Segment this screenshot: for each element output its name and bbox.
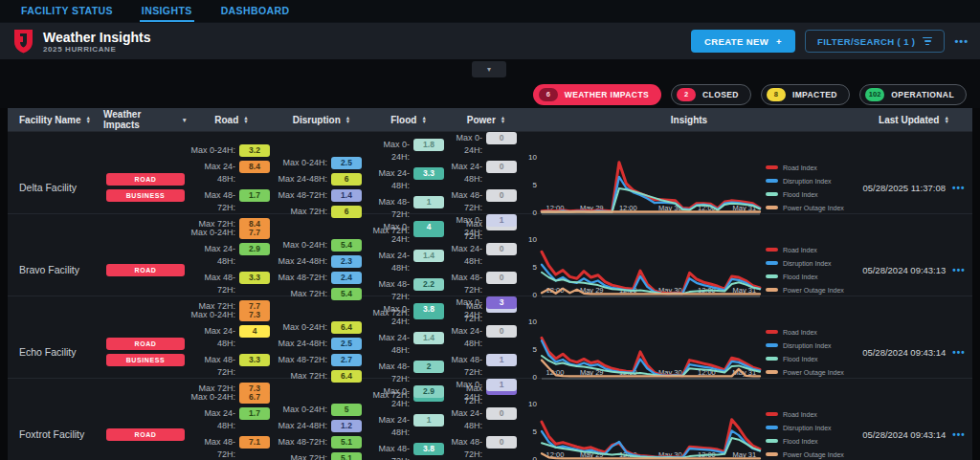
y-axis-tick: 5 — [533, 427, 538, 436]
metric-value-badge: 1.8 — [413, 139, 444, 151]
column-label: Flood — [390, 115, 416, 125]
metric-value-badge: 3.3 — [413, 167, 444, 180]
sort-updown-icon: ▲▼ — [243, 116, 248, 124]
collapse-button[interactable]: ▾ — [472, 61, 506, 77]
metric-label: Max 0-24H: — [278, 404, 327, 416]
legend-label: Flood Index — [783, 356, 818, 362]
metric-label: Max 24-48H: — [450, 161, 482, 186]
legend-item: Flood Index — [766, 191, 852, 198]
table-row: Echo FacilityROADBUSINESSMax 0-24H:7.3Ma… — [8, 296, 972, 378]
insights-chart-cell: 105012:00May 2912:00May 3012:00May 31Roa… — [523, 379, 856, 460]
metric-label: Max 48-72H: — [368, 196, 410, 221]
metric-value-badge: 1.4 — [331, 189, 362, 202]
legend-swatch — [766, 426, 778, 429]
filter-search-button[interactable]: FILTER/SEARCH ( 1 ) — [805, 30, 945, 53]
chart-legend: Road IndexDisruption IndexFlood IndexPow… — [764, 164, 852, 211]
impact-chips-cell: ROADBUSINESS — [103, 173, 188, 202]
header-actions: CREATE NEW + FILTER/SEARCH ( 1 ) ••• — [691, 30, 969, 53]
metric-value-badge: 0 — [486, 132, 517, 144]
create-new-button[interactable]: CREATE NEW + — [691, 30, 795, 53]
legend-label: Flood Index — [783, 438, 818, 445]
metric-value-badge: 5.4 — [331, 239, 362, 252]
row-more-button[interactable]: ••• — [952, 347, 966, 358]
column-header-weather-impacts[interactable]: Weather Impacts▼ — [103, 109, 188, 130]
legend-label: Power Outage Index — [783, 205, 844, 211]
metric-value-badge: 7.1 — [239, 436, 270, 449]
status-chip-operational[interactable]: 102OPERATIONAL — [859, 84, 967, 105]
metric-value-badge: 8.4 — [239, 161, 270, 173]
sort-updown-icon: ▲▼ — [345, 116, 350, 124]
column-label: Power — [467, 115, 496, 125]
column-header-road[interactable]: Road▲▼ — [188, 115, 276, 125]
facilities-table: Facility Name▲▼Weather Impacts▼Road▲▼Dis… — [8, 108, 972, 460]
status-chip-weather-impacts[interactable]: 6WEATHER IMPACTS — [533, 84, 661, 105]
legend-item: Road Index — [766, 164, 852, 171]
column-label: Insights — [671, 115, 707, 125]
y-axis-tick: 10 — [528, 318, 537, 326]
tab-facility-status[interactable]: FACILITY STATUS — [19, 0, 115, 22]
impact-chip-road: ROAD — [106, 338, 185, 350]
status-chip-closed[interactable]: 2CLOSED — [671, 84, 751, 105]
header-more-button[interactable]: ••• — [954, 35, 969, 47]
metric-value-badge: 0 — [486, 272, 517, 284]
legend-item: Disruption Index — [766, 178, 852, 185]
metric-label: Max 0-24H: — [368, 139, 410, 164]
chip-count-badge: 102 — [865, 88, 885, 101]
series-line-disruption-index — [542, 177, 760, 212]
row-more-button[interactable]: ••• — [952, 265, 966, 275]
legend-label: Disruption Index — [783, 178, 832, 185]
impact-chips-cell: ROADBUSINESS — [103, 338, 188, 366]
metric-value-badge: 1.7 — [239, 407, 270, 420]
page-subtitle: 2025 HURRICANE — [43, 45, 151, 54]
row-more-button[interactable]: ••• — [952, 183, 966, 193]
y-axis-tick: 5 — [533, 345, 538, 354]
legend-item: Flood Index — [766, 356, 852, 362]
metrics-cell-disruption: Max 0-24H:6.4Max 24-48H:2.5Max 48-72H:2.… — [276, 321, 368, 383]
chip-count-badge: 6 — [539, 88, 558, 101]
chip-label: OPERATIONAL — [891, 90, 954, 99]
legend-item: Road Index — [766, 247, 852, 253]
column-header-last-updated[interactable]: Last Updated▲▼ — [856, 115, 972, 125]
row-more-button[interactable]: ••• — [952, 429, 966, 440]
legend-swatch — [766, 288, 778, 292]
last-updated-value: 05/28/2024 09:43:14 — [862, 429, 946, 440]
legend-swatch — [766, 179, 778, 183]
metric-value-badge: 3.8 — [413, 303, 444, 316]
series-line-road-index — [542, 420, 760, 458]
metric-value-badge: 2.7 — [331, 354, 362, 366]
y-axis-tick: 10 — [528, 235, 537, 244]
legend-label: Flood Index — [783, 191, 818, 198]
table-row: Delta FacilityROADBUSINESSMax 0-24H:3.2M… — [8, 131, 972, 213]
sort-updown-icon: ▲▼ — [421, 116, 426, 124]
column-header-flood[interactable]: Flood▲▼ — [368, 115, 450, 125]
last-updated-value: 05/28/2025 11:37:08 — [863, 183, 946, 193]
tab-insights[interactable]: INSIGHTS — [140, 0, 194, 22]
legend-swatch — [766, 165, 778, 169]
metric-label: Max 24-48H: — [188, 407, 235, 432]
tab-dashboard[interactable]: DASHBOARD — [219, 0, 292, 22]
column-header-power[interactable]: Power▲▼ — [450, 115, 523, 125]
filter-search-label: FILTER/SEARCH ( 1 ) — [817, 36, 915, 47]
last-updated-cell: 05/28/2024 09:43:14••• — [856, 429, 972, 440]
metrics-cell-road: Max 0-24H:6.7Max 24-48H:1.7Max 48-72H:7.… — [188, 391, 276, 460]
metric-label: Max 0-24H: — [450, 379, 482, 404]
legend-item: Power Outage Index — [766, 451, 852, 458]
metric-value-badge: 1 — [486, 214, 517, 227]
status-chip-impacted[interactable]: 8IMPACTED — [761, 84, 850, 105]
metric-value-badge: 5.4 — [331, 288, 362, 300]
metric-label: Max 48-72H: — [188, 189, 235, 214]
column-header-disruption[interactable]: Disruption▲▼ — [276, 115, 368, 125]
chip-count-badge: 2 — [677, 88, 696, 101]
column-label: Road — [214, 115, 238, 125]
last-updated-value: 05/28/2024 09:43:13 — [862, 265, 946, 275]
legend-label: Road Index — [783, 329, 817, 336]
facility-name: Delta Facility — [8, 182, 103, 193]
column-header-facility-name[interactable]: Facility Name▲▼ — [8, 115, 103, 125]
legend-item: Disruption Index — [766, 342, 852, 349]
shield-icon — [13, 29, 33, 54]
metric-value-badge: 2.3 — [331, 255, 362, 268]
metric-value-badge: 1 — [486, 379, 517, 391]
legend-label: Disruption Index — [783, 425, 832, 431]
metric-label: Max 0-24H: — [278, 321, 327, 334]
metric-value-badge: 2.9 — [413, 385, 444, 398]
